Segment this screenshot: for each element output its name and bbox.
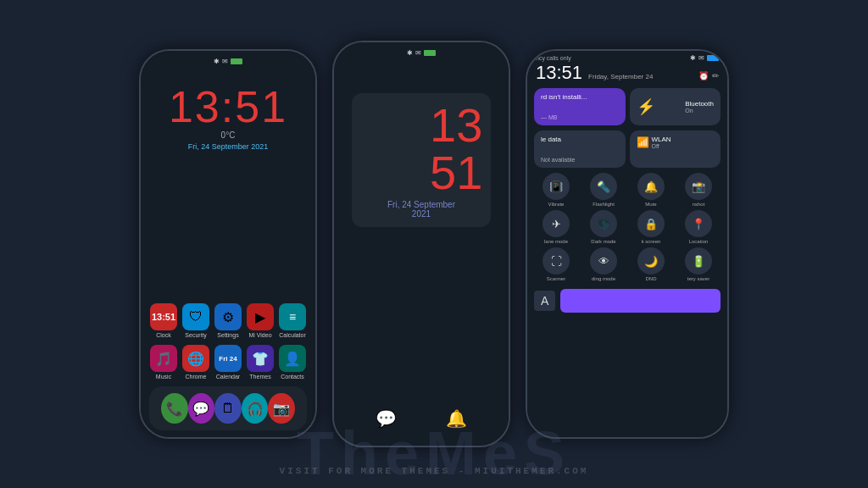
quick-reading[interactable]: 👁 ding mode	[581, 247, 626, 281]
bluetooth-tile-sublabel: On	[685, 108, 714, 114]
tile-bluetooth[interactable]: ⚡ Bluetooth On	[630, 88, 721, 125]
scanner-icon: ⛶	[542, 247, 570, 274]
settings-app-icon[interactable]: ⚙	[214, 303, 242, 330]
mute-icon: 🔔	[637, 173, 665, 200]
clock-app-label: Clock	[156, 332, 171, 338]
security-app-icon[interactable]: 🛡	[182, 303, 209, 330]
reading-icon: 👁	[590, 247, 617, 274]
quick-dnd[interactable]: 🌙 DND	[629, 247, 673, 281]
reading-label: ding mode	[592, 276, 615, 281]
app-mivideo[interactable]: ▶ Mi Video	[247, 303, 274, 338]
phone-2-screen: ✱ ✉ 13 51 Fri, 24 September 2021	[334, 42, 509, 446]
control-tiles-row-2: le data Not available 📶 WLAN Off	[527, 128, 727, 170]
quick-vibrate[interactable]: 📳 Vibrate	[534, 173, 578, 207]
lockscreen-label: k screen	[642, 239, 661, 244]
tile-mobile-data[interactable]: le data Not available	[534, 130, 626, 168]
battery-icon-p2	[424, 50, 436, 56]
bluetooth-tile-label: Bluetooth	[685, 100, 714, 108]
screenshot-icon: 📸	[685, 173, 712, 200]
themes-app-label: Themes	[249, 374, 270, 380]
app-music[interactable]: 🎵 Music	[150, 345, 177, 380]
quick-location[interactable]: 📍 Location	[676, 210, 721, 244]
keyboard-space-key[interactable]	[560, 289, 721, 313]
control-tiles-row-1: rd isn't installi... — MB ⚡ Bluetooth On	[527, 86, 727, 128]
quick-scanner[interactable]: ⛶ Scanner	[534, 247, 578, 281]
chrome-icon: 🌐	[187, 351, 204, 367]
app-contacts[interactable]: 👤 Contacts	[279, 345, 306, 380]
tile-install-label: rd isn't installi...	[541, 93, 619, 101]
screenshot-label: nshot	[693, 202, 705, 207]
dock-notes[interactable]: 🗒	[214, 393, 242, 424]
edit-icon[interactable]: ✏	[712, 71, 719, 80]
contacts-app-label: Contacts	[281, 374, 304, 380]
calculator-app-icon[interactable]: ≡	[279, 303, 306, 330]
quick-airplane[interactable]: ✈ lane mode	[534, 210, 578, 244]
dock-camera[interactable]: 📷	[268, 393, 295, 424]
phone-2: ✱ ✉ 13 51 Fri, 24 September 2021	[332, 41, 510, 447]
music-icon: 🎵	[155, 351, 172, 367]
quick-mute[interactable]: 🔔 Mute	[629, 173, 673, 207]
quick-battery-saver[interactable]: 🔋 tery saver	[676, 247, 721, 281]
tile-app-install[interactable]: rd isn't installi... — MB	[534, 88, 626, 125]
clock-app-icon[interactable]: 13:51	[150, 303, 177, 330]
dock-phone[interactable]: 📞	[161, 393, 188, 424]
phone-1-status-bar: ✱ ✉	[141, 51, 315, 68]
app-calculator[interactable]: ≡ Calculator	[279, 303, 306, 338]
app-settings[interactable]: ⚙ Settings	[214, 303, 242, 338]
contacts-icon: 👤	[284, 351, 301, 367]
chrome-app-icon[interactable]: 🌐	[182, 345, 209, 372]
security-icon: 🛡	[189, 309, 203, 324]
mivideo-app-icon[interactable]: ▶	[247, 303, 274, 330]
control-time: 13:51	[536, 62, 582, 84]
phone-3-status-icons: ✱ ✉	[690, 54, 719, 62]
mobile-data-sublabel: Not available	[541, 157, 619, 163]
music-app-icon[interactable]: 🎵	[150, 345, 177, 372]
contacts-app-icon[interactable]: 👤	[279, 345, 306, 372]
app-calendar[interactable]: Fri 24 Calendar	[214, 345, 242, 380]
bluetooth-tile-icon: ⚡	[637, 97, 655, 116]
location-icon: 📍	[685, 210, 712, 237]
app-clock[interactable]: 13:51 Clock	[150, 303, 177, 338]
app-row-2: 🎵 Music 🌐 Chrome Fri 24 Calendar	[141, 341, 315, 383]
wechat-icon[interactable]: 💬	[376, 408, 397, 429]
battery-icon	[231, 58, 242, 64]
bluetooth-icon: ✱	[214, 58, 220, 65]
quick-darkmode[interactable]: 🌑 Dark mode	[581, 210, 626, 244]
dock-music-player[interactable]: 🎧	[242, 393, 269, 424]
app-row-1: 13:51 Clock 🛡 Security ⚙ Settings	[141, 300, 315, 341]
watermark-text: VISIT FOR MORE THEMES - MIUITHEMER.COM	[0, 466, 868, 476]
widget-date: Fri, 24 September	[360, 200, 483, 209]
settings-app-label: Settings	[217, 332, 238, 338]
phone-1-screen: ✱ ✉ 13:51 0°C Fri, 24 September 2021 13:…	[141, 51, 315, 437]
quick-flashlight[interactable]: 🔦 Flashlight	[581, 173, 626, 207]
dnd-label: DND	[646, 276, 657, 281]
notification-icon: ✉	[222, 58, 228, 65]
widget-year: 2021	[360, 209, 483, 219]
widget-bottom-icons: 💬 🔔	[334, 400, 509, 437]
clock-time-label: 13:51	[152, 312, 175, 322]
control-header: ncy calls only ✱ ✉ 13:51 Friday, Septemb…	[527, 51, 727, 86]
dnd-icon: 🌙	[637, 247, 665, 274]
calculator-app-label: Calculator	[279, 332, 306, 338]
keyboard-key-a[interactable]: A	[534, 291, 555, 311]
bt-icon-p3: ✱	[690, 54, 696, 62]
bell-icon[interactable]: 🔔	[446, 408, 467, 429]
music-app-label: Music	[156, 374, 171, 380]
app-themes[interactable]: 👕 Themes	[247, 345, 274, 380]
phone-3-screen: ncy calls only ✱ ✉ 13:51 Friday, Septemb…	[527, 51, 727, 437]
calendar-app-icon[interactable]: Fri 24	[214, 345, 242, 372]
widget-time-top: 13	[430, 102, 482, 149]
app-security[interactable]: 🛡 Security	[182, 303, 209, 338]
alarm-icon[interactable]: ⏰	[698, 71, 709, 80]
lockscreen-icon: 🔒	[637, 210, 665, 237]
wlan-tile-text: WLAN Off	[652, 136, 671, 149]
calendar-date-label: Fri 24	[219, 355, 236, 363]
themes-app-icon[interactable]: 👕	[247, 345, 274, 372]
app-chrome[interactable]: 🌐 Chrome	[182, 345, 209, 380]
wlan-tile-inner: 📶 WLAN Off	[637, 136, 715, 149]
dock-messages[interactable]: 💬	[188, 393, 215, 424]
tile-wlan[interactable]: 📶 WLAN Off	[630, 130, 721, 168]
quick-screenshot[interactable]: 📸 nshot	[676, 173, 721, 207]
battery-saver-icon: 🔋	[685, 247, 712, 274]
quick-lockscreen[interactable]: 🔒 k screen	[629, 210, 673, 244]
